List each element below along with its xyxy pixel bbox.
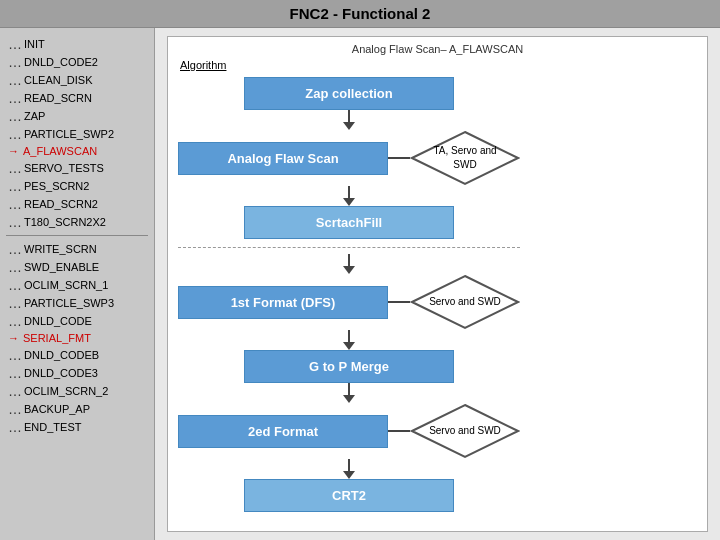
g-to-p-merge-box: G to P Merge xyxy=(244,350,454,383)
subtitle: Analog Flaw Scan– A_FLAWSCAN xyxy=(168,43,707,55)
second-format-row: 2ed Format Servo and SWD xyxy=(178,403,520,459)
title-bar: FNC2 - Functional 2 xyxy=(0,0,720,28)
arrow-line-3 xyxy=(348,254,350,266)
sidebar-item-end_test[interactable]: …END_TEST xyxy=(6,419,148,435)
sidebar-item-label: T180_SCRN2X2 xyxy=(24,216,106,228)
sidebar-item-label: WRITE_SCRN xyxy=(24,243,97,255)
sidebar-arrow-icon: → xyxy=(8,145,19,157)
analog-flaw-row: Analog Flaw Scan TA, Servo and SWD xyxy=(178,130,520,186)
sidebar-item-label: SERIAL_FMT xyxy=(23,332,91,344)
sidebar-item-label: A_FLAWSCAN xyxy=(23,145,97,157)
svg-text:TA, Servo and: TA, Servo and xyxy=(433,145,496,156)
arrowhead-3 xyxy=(343,266,355,274)
sidebar-dot: … xyxy=(8,384,22,398)
sidebar-dot: … xyxy=(8,402,22,416)
sidebar-item-init[interactable]: …INIT xyxy=(6,36,148,52)
sidebar-item-particle_swp2[interactable]: …PARTICLE_SWP2 xyxy=(6,126,148,142)
sidebar-item-label: PES_SCRN2 xyxy=(24,180,89,192)
window-title: FNC2 - Functional 2 xyxy=(290,5,431,22)
arrow-line-5 xyxy=(348,383,350,395)
sidebar-dot: … xyxy=(8,179,22,193)
sidebar-item-label: CLEAN_DISK xyxy=(24,74,92,86)
sidebar-dot: … xyxy=(8,296,22,310)
diamond-2: Servo and SWD xyxy=(410,274,520,330)
svg-text:SWD: SWD xyxy=(453,159,476,170)
arrow-4 xyxy=(343,330,355,350)
sidebar-item-write_scrn[interactable]: …WRITE_SCRN xyxy=(6,241,148,257)
arrowhead-5 xyxy=(343,395,355,403)
sidebar-item-servo_tests[interactable]: …SERVO_TESTS xyxy=(6,160,148,176)
arrowhead-6 xyxy=(343,471,355,479)
dashed-divider-1 xyxy=(178,247,520,248)
sidebar-item-oclim_scrn_1[interactable]: …OCLIM_SCRN_1 xyxy=(6,277,148,293)
second-format-box: 2ed Format xyxy=(178,415,388,448)
sidebar-item-pes_scrn2[interactable]: …PES_SCRN2 xyxy=(6,178,148,194)
arrow-line-4 xyxy=(348,330,350,342)
sidebar-item-swd_enable[interactable]: …SWD_ENABLE xyxy=(6,259,148,275)
crt2-box: CRT2 xyxy=(244,479,454,512)
sidebar-dot: … xyxy=(8,73,22,87)
sidebar-item-read_scrn[interactable]: …READ_SCRN xyxy=(6,90,148,106)
chart-left: Zap collection Analog Flaw Scan xyxy=(178,77,520,512)
sidebar-dot: … xyxy=(8,109,22,123)
svg-text:Servo and SWD: Servo and SWD xyxy=(429,425,501,436)
sidebar-dot: … xyxy=(8,37,22,51)
sidebar-dot: … xyxy=(8,420,22,434)
sidebar-dot: … xyxy=(8,348,22,362)
sidebar: …INIT…DNLD_CODE2…CLEAN_DISK…READ_SCRN…ZA… xyxy=(0,28,155,540)
arrow-5 xyxy=(343,383,355,403)
arrow-6 xyxy=(343,459,355,479)
arrow-3 xyxy=(343,254,355,274)
sidebar-item-serial_fmt[interactable]: →SERIAL_FMT xyxy=(6,331,148,345)
diamond-1: TA, Servo and SWD xyxy=(410,130,520,186)
h-line-1 xyxy=(388,157,410,159)
sidebar-item-zap[interactable]: …ZAP xyxy=(6,108,148,124)
sidebar-dot: … xyxy=(8,242,22,256)
arrow-line-2 xyxy=(348,186,350,198)
arrowhead-2 xyxy=(343,198,355,206)
scrtach-fill-box: ScrtachFill xyxy=(244,206,454,239)
sidebar-dot: … xyxy=(8,314,22,328)
sidebar-item-label: DNLD_CODE2 xyxy=(24,56,98,68)
sidebar-item-a_flawscan[interactable]: →A_FLAWSCAN xyxy=(6,144,148,158)
sidebar-item-dnld_codeb[interactable]: …DNLD_CODEB xyxy=(6,347,148,363)
arrowhead-4 xyxy=(343,342,355,350)
sidebar-item-label: BACKUP_AP xyxy=(24,403,90,415)
sidebar-dot: … xyxy=(8,215,22,229)
sidebar-item-oclim_scrn_2[interactable]: …OCLIM_SCRN_2 xyxy=(6,383,148,399)
sidebar-item-t180_scrn2x2[interactable]: …T180_SCRN2X2 xyxy=(6,214,148,230)
h-line-3 xyxy=(388,430,410,432)
sidebar-item-label: DNLD_CODE xyxy=(24,315,92,327)
sidebar-item-label: INIT xyxy=(24,38,45,50)
first-format-row: 1st Format (DFS) Servo and SWD xyxy=(178,274,520,330)
diamond-3: Servo and SWD xyxy=(410,403,520,459)
sidebar-item-label: READ_SCRN xyxy=(24,92,92,104)
analog-flaw-scan-box: Analog Flaw Scan xyxy=(178,142,388,175)
sidebar-item-dnld_code2[interactable]: …DNLD_CODE2 xyxy=(6,54,148,70)
sidebar-dot: … xyxy=(8,366,22,380)
sidebar-item-clean_disk[interactable]: …CLEAN_DISK xyxy=(6,72,148,88)
sidebar-item-label: DNLD_CODE3 xyxy=(24,367,98,379)
main-window: FNC2 - Functional 2 …INIT…DNLD_CODE2…CLE… xyxy=(0,0,720,540)
main-area: Analog Flaw Scan– A_FLAWSCAN Algorithm Z… xyxy=(155,28,720,540)
svg-text:Servo and SWD: Servo and SWD xyxy=(429,296,501,307)
arrowhead xyxy=(343,122,355,130)
sidebar-item-label: ZAP xyxy=(24,110,45,122)
arrow-line-6 xyxy=(348,459,350,471)
full-layout: Analog Flaw Scan– A_FLAWSCAN Algorithm Z… xyxy=(168,37,707,531)
zap-collection-box: Zap collection xyxy=(244,77,454,110)
content-area: …INIT…DNLD_CODE2…CLEAN_DISK…READ_SCRN…ZA… xyxy=(0,28,720,540)
algo-label: Algorithm xyxy=(180,59,707,71)
sidebar-item-dnld_code3[interactable]: …DNLD_CODE3 xyxy=(6,365,148,381)
sidebar-item-dnld_code[interactable]: …DNLD_CODE xyxy=(6,313,148,329)
sidebar-item-label: OCLIM_SCRN_1 xyxy=(24,279,108,291)
sidebar-arrow-icon: → xyxy=(8,332,19,344)
sidebar-item-label: SWD_ENABLE xyxy=(24,261,99,273)
sidebar-dot: … xyxy=(8,55,22,69)
sidebar-item-backup_ap[interactable]: …BACKUP_AP xyxy=(6,401,148,417)
sidebar-item-label: READ_SCRN2 xyxy=(24,198,98,210)
sidebar-item-read_scrn2[interactable]: …READ_SCRN2 xyxy=(6,196,148,212)
sidebar-item-particle_swp3[interactable]: …PARTICLE_SWP3 xyxy=(6,295,148,311)
arrow-2 xyxy=(343,186,355,206)
sidebar-item-label: END_TEST xyxy=(24,421,81,433)
